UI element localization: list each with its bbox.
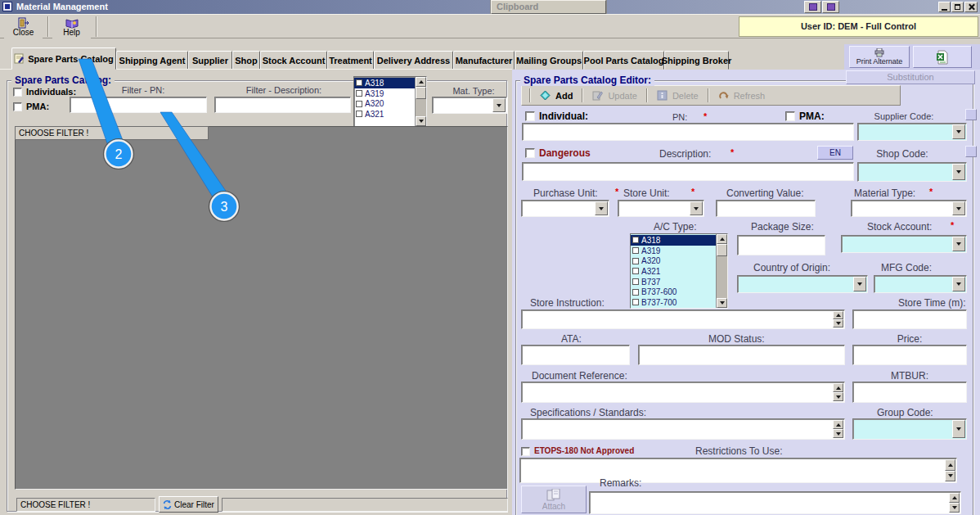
individual-checkbox[interactable]	[525, 111, 535, 121]
supplier-code-combo[interactable]	[857, 123, 967, 141]
close-button[interactable]: Close	[4, 16, 43, 38]
help-button[interactable]: Help	[52, 16, 91, 38]
material-type-combo[interactable]	[851, 200, 967, 217]
dropdown-button[interactable]	[952, 201, 965, 215]
grid-column-header[interactable]: CHOOSE FILTER !	[15, 126, 209, 140]
tab-supplier[interactable]: Supplier	[188, 51, 232, 70]
list-item[interactable]: A318	[631, 235, 716, 246]
dropdown-button[interactable]	[952, 420, 965, 438]
tab-manufacturer[interactable]: Manufacturer	[453, 51, 515, 70]
scroll-thumb[interactable]	[717, 244, 727, 256]
list-item[interactable]: A320	[354, 98, 415, 109]
scroll-down-button[interactable]	[416, 116, 426, 126]
en-language-button[interactable]: EN	[817, 146, 853, 160]
converting-value-input[interactable]	[716, 200, 816, 217]
refresh-button[interactable]: Refresh	[713, 89, 771, 102]
spin-up-button[interactable]	[945, 459, 955, 471]
spin-down-button[interactable]	[833, 319, 843, 328]
ac-type-list[interactable]: A318 A319 A320 A321 B737 B737-600 B737-7…	[630, 233, 728, 309]
add-button[interactable]: Add	[535, 88, 578, 102]
scroll-down-button[interactable]	[717, 298, 727, 308]
clipboard-window-caption[interactable]: Clipboard	[491, 0, 606, 14]
list-item[interactable]: B737-600	[631, 287, 716, 297]
export-excel-button[interactable]	[913, 46, 972, 68]
spin-up-button[interactable]	[833, 420, 843, 429]
dropdown-button[interactable]	[952, 124, 965, 139]
individuals-checkbox[interactable]	[13, 88, 22, 97]
close-window-button[interactable]	[964, 2, 978, 12]
item-checkbox[interactable]	[632, 268, 639, 274]
mtbur-input[interactable]	[852, 382, 967, 403]
dropdown-button[interactable]	[952, 164, 965, 180]
scrollbar[interactable]	[716, 234, 727, 308]
scroll-up-button[interactable]	[717, 234, 727, 244]
tab-shipping-broker[interactable]: Shipping Broker	[664, 51, 729, 70]
spin-up-button[interactable]	[833, 383, 843, 392]
mfg-code-combo[interactable]	[874, 275, 967, 293]
tab-pool-parts-catalog[interactable]: Pool Parts Catalog	[583, 51, 664, 70]
item-checkbox[interactable]	[356, 101, 362, 107]
store-time-input[interactable]	[852, 309, 967, 329]
list-item[interactable]: A318	[354, 78, 415, 88]
tab-mailing-groups[interactable]: Mailing Groups	[515, 51, 583, 70]
filter-description-input[interactable]	[214, 97, 351, 113]
clear-filter-button[interactable]: Clear Filter	[159, 496, 218, 513]
filter-pn-input[interactable]	[70, 97, 207, 113]
dangerous-checkbox[interactable]	[525, 148, 535, 158]
restrictions-input[interactable]	[519, 458, 957, 483]
mod-status-input[interactable]	[638, 345, 845, 365]
list-item[interactable]: A319	[354, 88, 415, 99]
tab-shipping-agent[interactable]: Shipping Agent	[116, 51, 188, 70]
tab-treatment[interactable]: Treatment	[327, 51, 374, 70]
item-checkbox[interactable]	[632, 278, 639, 285]
dropdown-button[interactable]	[595, 201, 608, 215]
item-checkbox[interactable]	[356, 111, 362, 117]
scroll-thumb[interactable]	[416, 87, 426, 99]
tab-delivery-address[interactable]: Delivery Address	[374, 51, 453, 70]
dropdown-button[interactable]	[952, 277, 965, 291]
stock-account-combo[interactable]	[841, 235, 967, 253]
group-code-combo[interactable]	[852, 418, 967, 440]
store-instruction-input[interactable]	[521, 309, 845, 329]
spin-up-button[interactable]	[949, 493, 960, 503]
spin-up-button[interactable]	[833, 311, 843, 319]
package-size-input[interactable]	[737, 235, 825, 255]
dropdown-button[interactable]	[952, 237, 965, 251]
pn-input[interactable]	[522, 123, 854, 141]
pma-filter-checkbox[interactable]	[13, 102, 22, 111]
item-checkbox[interactable]	[632, 299, 639, 305]
item-checkbox[interactable]	[632, 289, 639, 296]
clipboard-tool-button-2[interactable]	[822, 1, 839, 13]
substitution-button[interactable]: Substitution	[846, 70, 975, 84]
restore-button[interactable]	[951, 2, 964, 12]
scrollbar[interactable]	[415, 77, 426, 126]
minimize-button[interactable]	[938, 2, 951, 12]
tab-shop[interactable]: Shop	[232, 51, 260, 70]
print-alternate-button[interactable]: Print Alternate	[849, 46, 910, 68]
list-item[interactable]: A321	[631, 266, 716, 277]
country-of-origin-combo[interactable]	[737, 275, 868, 293]
item-checkbox[interactable]	[356, 90, 362, 97]
dropdown-button[interactable]	[690, 201, 703, 215]
spin-down-button[interactable]	[833, 392, 843, 401]
filter-ac-type-list[interactable]: A318 A319 A320 A321	[353, 76, 427, 127]
scroll-up-button[interactable]	[416, 77, 426, 87]
item-checkbox[interactable]	[632, 247, 639, 254]
dropdown-button[interactable]	[853, 277, 866, 291]
description-input[interactable]	[522, 162, 854, 181]
tab-spare-parts-catalog[interactable]: Spare Parts Catalog	[11, 47, 116, 70]
etops-checkbox[interactable]	[521, 447, 530, 456]
update-button[interactable]: Update	[587, 88, 641, 102]
tab-stock-account[interactable]: Stock Account	[260, 51, 327, 70]
list-item[interactable]: A320	[631, 255, 716, 266]
attach-button[interactable]: Attach	[521, 486, 587, 513]
store-unit-combo[interactable]	[618, 200, 704, 217]
delete-button[interactable]: Delete	[652, 88, 704, 102]
results-grid[interactable]	[15, 126, 508, 490]
shop-code-lookup-button[interactable]	[965, 146, 977, 157]
list-item[interactable]: A321	[354, 109, 415, 120]
item-checkbox[interactable]	[632, 237, 639, 243]
list-item[interactable]: B737-700	[631, 297, 716, 308]
pma-checkbox[interactable]	[785, 111, 795, 121]
spin-down-button[interactable]	[833, 429, 843, 438]
